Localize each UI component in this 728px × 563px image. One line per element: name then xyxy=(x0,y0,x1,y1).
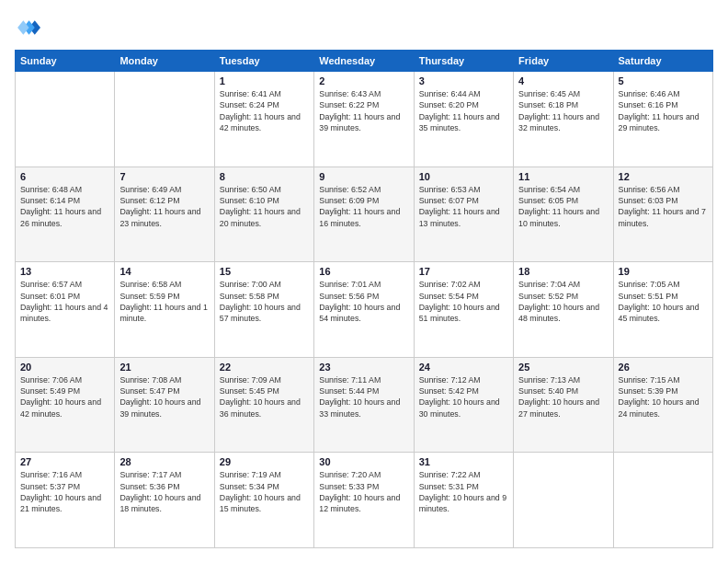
calendar-cell: 18Sunrise: 7:04 AM Sunset: 5:52 PM Dayli… xyxy=(514,262,613,358)
calendar-cell: 16Sunrise: 7:01 AM Sunset: 5:56 PM Dayli… xyxy=(314,262,414,358)
day-number: 3 xyxy=(419,75,508,86)
calendar-week-row: 27Sunrise: 7:16 AM Sunset: 5:37 PM Dayli… xyxy=(16,453,713,548)
day-number: 9 xyxy=(319,171,408,182)
day-info: Sunrise: 7:00 AM Sunset: 5:58 PM Dayligh… xyxy=(220,279,309,324)
calendar-cell: 28Sunrise: 7:17 AM Sunset: 5:36 PM Dayli… xyxy=(115,453,214,548)
calendar-cell xyxy=(514,453,613,548)
day-info: Sunrise: 6:48 AM Sunset: 6:14 PM Dayligh… xyxy=(20,184,109,229)
header xyxy=(15,15,713,40)
calendar-cell: 9Sunrise: 6:52 AM Sunset: 6:09 PM Daylig… xyxy=(314,167,414,262)
calendar-cell: 11Sunrise: 6:54 AM Sunset: 6:05 PM Dayli… xyxy=(514,167,613,262)
calendar-week-row: 6Sunrise: 6:48 AM Sunset: 6:14 PM Daylig… xyxy=(16,167,713,262)
weekday-header-cell: Friday xyxy=(514,51,613,72)
calendar-cell: 27Sunrise: 7:16 AM Sunset: 5:37 PM Dayli… xyxy=(16,453,115,548)
day-info: Sunrise: 6:52 AM Sunset: 6:09 PM Dayligh… xyxy=(319,184,408,229)
calendar-cell: 12Sunrise: 6:56 AM Sunset: 6:03 PM Dayli… xyxy=(613,167,712,262)
day-info: Sunrise: 6:50 AM Sunset: 6:10 PM Dayligh… xyxy=(220,184,309,229)
day-number: 25 xyxy=(518,362,608,373)
day-info: Sunrise: 7:09 AM Sunset: 5:45 PM Dayligh… xyxy=(220,374,309,419)
day-info: Sunrise: 7:05 AM Sunset: 5:51 PM Dayligh… xyxy=(619,279,708,324)
calendar-cell: 21Sunrise: 7:08 AM Sunset: 5:47 PM Dayli… xyxy=(115,357,214,453)
day-info: Sunrise: 6:44 AM Sunset: 6:20 PM Dayligh… xyxy=(419,88,508,133)
weekday-header-cell: Wednesday xyxy=(314,51,414,72)
day-number: 16 xyxy=(319,266,408,277)
day-number: 28 xyxy=(119,456,209,467)
calendar-cell: 26Sunrise: 7:15 AM Sunset: 5:39 PM Dayli… xyxy=(613,357,712,453)
calendar-cell: 14Sunrise: 6:58 AM Sunset: 5:59 PM Dayli… xyxy=(115,262,214,358)
day-number: 4 xyxy=(518,75,608,86)
day-number: 19 xyxy=(619,266,708,277)
day-info: Sunrise: 6:54 AM Sunset: 6:05 PM Dayligh… xyxy=(518,184,608,229)
calendar-cell xyxy=(16,72,115,167)
day-number: 2 xyxy=(319,75,408,86)
day-info: Sunrise: 6:46 AM Sunset: 6:16 PM Dayligh… xyxy=(619,88,708,133)
day-info: Sunrise: 7:15 AM Sunset: 5:39 PM Dayligh… xyxy=(619,374,708,419)
calendar-table: SundayMondayTuesdayWednesdayThursdayFrid… xyxy=(15,50,713,548)
day-number: 12 xyxy=(619,171,708,182)
calendar-body: 1Sunrise: 6:41 AM Sunset: 6:24 PM Daylig… xyxy=(16,72,713,548)
day-number: 1 xyxy=(220,75,309,86)
logo xyxy=(15,15,44,40)
day-info: Sunrise: 6:45 AM Sunset: 6:18 PM Dayligh… xyxy=(518,88,608,133)
calendar-cell: 5Sunrise: 6:46 AM Sunset: 6:16 PM Daylig… xyxy=(613,72,712,167)
day-number: 18 xyxy=(518,266,608,277)
day-number: 15 xyxy=(220,266,309,277)
day-info: Sunrise: 7:11 AM Sunset: 5:44 PM Dayligh… xyxy=(319,374,408,419)
day-number: 5 xyxy=(619,75,708,86)
calendar-cell: 13Sunrise: 6:57 AM Sunset: 6:01 PM Dayli… xyxy=(16,262,115,358)
calendar-cell: 22Sunrise: 7:09 AM Sunset: 5:45 PM Dayli… xyxy=(214,357,313,453)
day-info: Sunrise: 6:56 AM Sunset: 6:03 PM Dayligh… xyxy=(619,184,708,229)
day-info: Sunrise: 6:58 AM Sunset: 5:59 PM Dayligh… xyxy=(119,279,209,324)
calendar-cell xyxy=(115,72,214,167)
day-info: Sunrise: 7:16 AM Sunset: 5:37 PM Dayligh… xyxy=(20,469,109,514)
calendar-cell: 31Sunrise: 7:22 AM Sunset: 5:31 PM Dayli… xyxy=(414,453,513,548)
weekday-header-row: SundayMondayTuesdayWednesdayThursdayFrid… xyxy=(16,51,713,72)
weekday-header-cell: Thursday xyxy=(414,51,513,72)
calendar-cell: 4Sunrise: 6:45 AM Sunset: 6:18 PM Daylig… xyxy=(514,72,613,167)
day-number: 24 xyxy=(419,362,508,373)
weekday-header-cell: Monday xyxy=(115,51,214,72)
logo-icon xyxy=(15,15,40,40)
day-number: 22 xyxy=(220,362,309,373)
day-number: 11 xyxy=(518,171,608,182)
day-info: Sunrise: 7:20 AM Sunset: 5:33 PM Dayligh… xyxy=(319,469,408,514)
calendar-cell xyxy=(613,453,712,548)
calendar-cell: 1Sunrise: 6:41 AM Sunset: 6:24 PM Daylig… xyxy=(214,72,313,167)
page: SundayMondayTuesdayWednesdayThursdayFrid… xyxy=(0,0,728,563)
weekday-header-cell: Saturday xyxy=(613,51,712,72)
day-info: Sunrise: 7:22 AM Sunset: 5:31 PM Dayligh… xyxy=(419,469,508,514)
day-info: Sunrise: 7:13 AM Sunset: 5:40 PM Dayligh… xyxy=(518,374,608,419)
day-info: Sunrise: 7:12 AM Sunset: 5:42 PM Dayligh… xyxy=(419,374,508,419)
calendar-cell: 23Sunrise: 7:11 AM Sunset: 5:44 PM Dayli… xyxy=(314,357,414,453)
calendar-cell: 7Sunrise: 6:49 AM Sunset: 6:12 PM Daylig… xyxy=(115,167,214,262)
day-number: 14 xyxy=(119,266,209,277)
day-info: Sunrise: 6:57 AM Sunset: 6:01 PM Dayligh… xyxy=(20,279,109,324)
calendar-cell: 30Sunrise: 7:20 AM Sunset: 5:33 PM Dayli… xyxy=(314,453,414,548)
day-number: 31 xyxy=(419,456,508,467)
day-number: 20 xyxy=(20,362,109,373)
day-info: Sunrise: 7:04 AM Sunset: 5:52 PM Dayligh… xyxy=(518,279,608,324)
day-info: Sunrise: 6:43 AM Sunset: 6:22 PM Dayligh… xyxy=(319,88,408,133)
day-number: 26 xyxy=(619,362,708,373)
day-info: Sunrise: 7:01 AM Sunset: 5:56 PM Dayligh… xyxy=(319,279,408,324)
day-number: 6 xyxy=(20,171,109,182)
calendar-cell: 19Sunrise: 7:05 AM Sunset: 5:51 PM Dayli… xyxy=(613,262,712,358)
day-number: 29 xyxy=(220,456,309,467)
day-info: Sunrise: 6:41 AM Sunset: 6:24 PM Dayligh… xyxy=(220,88,309,133)
calendar-cell: 24Sunrise: 7:12 AM Sunset: 5:42 PM Dayli… xyxy=(414,357,513,453)
day-info: Sunrise: 6:49 AM Sunset: 6:12 PM Dayligh… xyxy=(119,184,209,229)
day-number: 13 xyxy=(20,266,109,277)
calendar-cell: 17Sunrise: 7:02 AM Sunset: 5:54 PM Dayli… xyxy=(414,262,513,358)
calendar-week-row: 13Sunrise: 6:57 AM Sunset: 6:01 PM Dayli… xyxy=(16,262,713,358)
day-number: 7 xyxy=(119,171,209,182)
calendar-cell: 20Sunrise: 7:06 AM Sunset: 5:49 PM Dayli… xyxy=(16,357,115,453)
day-number: 8 xyxy=(220,171,309,182)
day-info: Sunrise: 7:08 AM Sunset: 5:47 PM Dayligh… xyxy=(119,374,209,419)
calendar-cell: 3Sunrise: 6:44 AM Sunset: 6:20 PM Daylig… xyxy=(414,72,513,167)
day-number: 17 xyxy=(419,266,508,277)
day-number: 21 xyxy=(119,362,209,373)
day-number: 23 xyxy=(319,362,408,373)
day-info: Sunrise: 7:02 AM Sunset: 5:54 PM Dayligh… xyxy=(419,279,508,324)
calendar-cell: 10Sunrise: 6:53 AM Sunset: 6:07 PM Dayli… xyxy=(414,167,513,262)
day-info: Sunrise: 6:53 AM Sunset: 6:07 PM Dayligh… xyxy=(419,184,508,229)
